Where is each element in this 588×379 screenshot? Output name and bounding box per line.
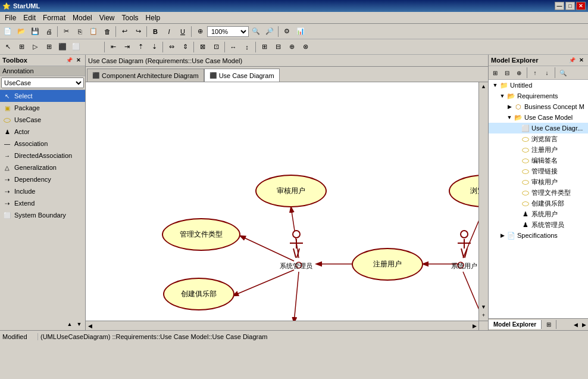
tool-generalization[interactable]: △ Generalization (0, 161, 85, 173)
tool-association[interactable]: — Association (0, 138, 85, 150)
underline-button[interactable]: U (176, 25, 189, 38)
menu-edit[interactable]: Edit (20, 13, 39, 23)
redo-button[interactable]: ↪ (132, 25, 145, 38)
menu-file[interactable]: File (1, 13, 20, 23)
me-tb6[interactable]: 🔍 (558, 67, 568, 78)
me-scroll-left[interactable]: ◀ (571, 321, 580, 329)
usecase-register[interactable]: 注册用户 (352, 248, 423, 281)
tree-exp-bc[interactable]: ▶ (505, 102, 514, 111)
tree-specs[interactable]: ▶ 📄 Specifications (489, 230, 588, 241)
tool-directed-assoc[interactable]: → DirectedAssociation (0, 150, 85, 161)
tree-edit-sig[interactable]: ⬭ 编辑签名 (489, 155, 588, 166)
tree-exp-specs[interactable]: ▶ (498, 231, 506, 240)
bold-button[interactable]: B (149, 25, 162, 38)
tb2-align4[interactable]: ⇣ (148, 41, 161, 54)
usecase-manage-file[interactable]: 管理文件类型 (162, 218, 240, 251)
me-scroll-right[interactable]: ▶ (580, 321, 588, 329)
delete-button[interactable]: 🗑 (101, 25, 114, 38)
tool-package[interactable]: ▣ Package (0, 102, 85, 114)
tree-untitled[interactable]: ▼ 📁 Untitled (489, 80, 588, 91)
tree-ucdiagram[interactable]: ⬜ Use Case Diagr... (489, 123, 588, 133)
tree-manage-lnk[interactable]: ⬭ 管理链接 (489, 166, 588, 176)
tb2-b1[interactable]: ↖ (1, 41, 14, 54)
vscroll-down[interactable]: ▼ (480, 303, 488, 311)
toolbox-scroll-up[interactable]: ▲ (65, 319, 74, 329)
tb2-route2[interactable]: ↕ (240, 41, 254, 54)
toolbox-pin[interactable]: 📌 (65, 56, 73, 64)
me-close[interactable]: ✕ (577, 56, 586, 64)
copy-button[interactable]: ⎘ (73, 25, 86, 38)
tree-reg-user[interactable]: ⬭ 注册用户 (489, 144, 588, 155)
tree-exp-ucm[interactable]: ▼ (505, 113, 514, 122)
tree-audit-usr[interactable]: ⬭ 审核用户 (489, 176, 588, 187)
minimize-button[interactable]: — (555, 2, 564, 10)
tb2-b6[interactable]: ⬜ (70, 41, 83, 54)
actor-sysadmin[interactable]: 系统管理员 (280, 230, 312, 271)
tb2-dist1[interactable]: ⇔ (165, 41, 178, 54)
tool-extend[interactable]: ⇢ Extend (0, 197, 85, 209)
tb-extra2[interactable]: 📊 (294, 25, 307, 38)
tb2-extra2[interactable]: ⊟ (271, 41, 284, 54)
tb2-align2[interactable]: ⇥ (120, 41, 133, 54)
tool-usecase[interactable]: ⬭ UseCase (0, 114, 85, 126)
menu-help[interactable]: Help (142, 13, 164, 23)
tb2-route1[interactable]: ↔ (227, 41, 240, 54)
tb2-extra1[interactable]: ⊞ (258, 41, 271, 54)
undo-button[interactable]: ↩ (118, 25, 131, 38)
zoom-out-button[interactable]: 🔎 (263, 25, 276, 38)
toolbox-usecase-select[interactable]: UseCase (1, 77, 84, 88)
tree-create-club[interactable]: ⬭ 创建俱乐部 (489, 198, 588, 209)
me-tab-explorer[interactable]: Model Explorer (489, 320, 542, 329)
zoom-in-button[interactable]: 🔍 (249, 25, 262, 38)
canvas-expand[interactable]: + (480, 311, 488, 319)
print-button[interactable]: 🖨 (42, 25, 55, 38)
menu-format[interactable]: Format (39, 13, 69, 23)
tb2-align1[interactable]: ⇤ (107, 41, 120, 54)
me-tb1[interactable]: ⊞ (490, 67, 501, 78)
close-button[interactable]: ✕ (576, 2, 586, 10)
menu-model[interactable]: Model (69, 13, 96, 23)
me-tab-extra[interactable]: ⊞ (542, 320, 556, 329)
toolbox-section-annotation[interactable]: Annotation (0, 66, 85, 76)
me-tb3[interactable]: ⊕ (514, 67, 524, 78)
tree-sysadmin[interactable]: ♟ 系统管理员 (489, 219, 588, 230)
diagram-canvas[interactable]: 审核用户 浏览留言 管理文件类型 注册用户 创建俱乐部 (86, 82, 488, 330)
tb2-align3[interactable]: ⇡ (134, 41, 147, 54)
tree-exp-untitled[interactable]: ▼ (491, 81, 499, 89)
usecase-create-club[interactable]: 创建俱乐部 (163, 278, 234, 310)
tree-sysuser[interactable]: ♟ 系统用户 (489, 209, 588, 219)
tb2-extra3[interactable]: ⊕ (285, 41, 298, 54)
tree-exp-ucd[interactable] (512, 124, 521, 132)
actor-sysuser[interactable]: 系统用户 (451, 230, 477, 271)
zoom-fit-button[interactable]: ⊕ (193, 25, 207, 38)
tree-ucmodel[interactable]: ▼ 📂 Use Case Model (489, 112, 588, 123)
tb-extra1[interactable]: ⚙ (280, 25, 293, 38)
tree-exp-req[interactable]: ▼ (498, 92, 506, 100)
tree-mgfile[interactable]: ⬭ 管理文件类型 (489, 187, 588, 198)
tree-bc[interactable]: ▶ ⬡ Business Concept M (489, 101, 588, 112)
me-tb4[interactable]: ↑ (530, 67, 540, 78)
menu-tools[interactable]: Tools (118, 13, 142, 23)
tree-browse-msg[interactable]: ⬭ 浏览留言 (489, 133, 588, 144)
tab-use-case[interactable]: ⬛ Use Case Diagram (204, 69, 280, 82)
tb2-extra4[interactable]: ⊗ (299, 41, 312, 54)
tb2-b5[interactable]: ⬛ (56, 41, 69, 54)
zoom-select[interactable]: 100% 75% 50% 150% (207, 26, 249, 37)
toolbox-scroll-down[interactable]: ▼ (74, 319, 84, 329)
tree-requirements[interactable]: ▼ 📂 Requirements (489, 91, 588, 101)
me-tb5[interactable]: ↓ (542, 67, 552, 78)
open-button[interactable]: 📂 (15, 25, 28, 38)
hscroll-left[interactable]: ◀ (86, 322, 94, 330)
tb2-b3[interactable]: ▷ (29, 41, 42, 54)
me-tb2[interactable]: ⊟ (502, 67, 512, 78)
hscroll-right[interactable]: ▶ (470, 322, 478, 330)
toolbox-close[interactable]: ✕ (74, 56, 83, 64)
italic-button[interactable]: I (162, 25, 176, 38)
new-button[interactable]: 📄 (1, 25, 14, 38)
tool-system-boundary[interactable]: ⬜ System Boundary (0, 209, 85, 221)
menu-view[interactable]: View (96, 13, 118, 23)
cut-button[interactable]: ✂ (60, 25, 73, 38)
tb2-size1[interactable]: ⊠ (196, 41, 209, 54)
tool-dependency[interactable]: ⇢ Dependency (0, 173, 85, 185)
tb2-size2[interactable]: ⊡ (209, 41, 223, 54)
